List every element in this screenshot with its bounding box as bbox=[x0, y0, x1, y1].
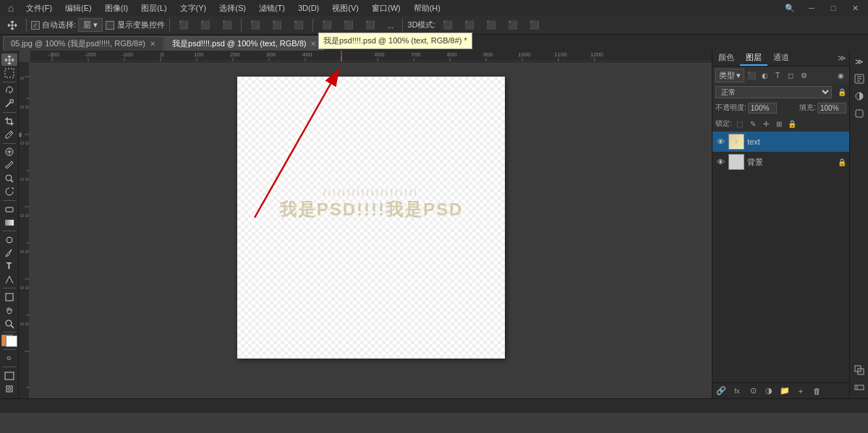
more-options-btn[interactable]: ... bbox=[383, 20, 398, 31]
menu-window[interactable]: 窗口(W) bbox=[366, 1, 407, 15]
canvas-document[interactable]: IIIIIIIIIIIIIIIIIIII 我是PSD!!!!我是PSD bbox=[237, 77, 505, 359]
hand-tool-btn[interactable] bbox=[1, 304, 17, 317]
layer-new-icon[interactable]: + bbox=[795, 385, 807, 397]
menu-image[interactable]: 图像(I) bbox=[99, 1, 134, 15]
filter-pixel-icon[interactable]: ⬛ bbox=[746, 69, 757, 81]
layer-bg-visibility[interactable]: 👁 bbox=[715, 157, 726, 167]
shape-tool-btn[interactable] bbox=[1, 291, 17, 303]
clone-stamp-btn[interactable] bbox=[1, 172, 17, 184]
tab-psd[interactable]: 我是psd!!!!.psd @ 100% (text, RGB/8) ✕ bbox=[164, 36, 324, 51]
threed-orbit-btn[interactable]: ⬛ bbox=[438, 19, 457, 31]
threed-zoom-btn[interactable]: ⬛ bbox=[525, 19, 544, 31]
distribute2-btn[interactable]: ⬛ bbox=[339, 19, 358, 31]
filter-smart-icon[interactable]: ⚙ bbox=[798, 69, 809, 81]
tab-layers[interactable]: 图层 bbox=[740, 51, 767, 66]
tab-psd-close[interactable]: ✕ bbox=[310, 40, 316, 48]
menu-file[interactable]: 文件(F) bbox=[20, 1, 58, 15]
minimize-button[interactable]: ─ bbox=[801, 0, 822, 16]
menu-edit[interactable]: 编辑(E) bbox=[59, 1, 98, 15]
layer-fx-icon[interactable]: fx bbox=[731, 385, 743, 397]
artboard-btn[interactable] bbox=[1, 383, 17, 395]
menu-layer[interactable]: 图层(L) bbox=[135, 1, 172, 15]
dodge-burn-btn[interactable] bbox=[1, 233, 17, 246]
align-center-btn[interactable]: ⬛ bbox=[196, 19, 215, 31]
tab-05jpg-close[interactable]: ✕ bbox=[150, 40, 156, 48]
timeline-icon[interactable] bbox=[851, 380, 867, 395]
color-swatches[interactable] bbox=[1, 335, 17, 347]
threed-rotate-btn[interactable]: ⬛ bbox=[460, 19, 479, 31]
align-right-btn[interactable]: ⬛ bbox=[218, 19, 237, 31]
lock-art-btn[interactable]: ⊞ bbox=[774, 119, 784, 129]
layer-group-icon[interactable]: 📁 bbox=[779, 385, 791, 397]
distribute-btn[interactable]: ⬛ bbox=[318, 19, 336, 31]
lock-image-btn[interactable]: ✎ bbox=[748, 119, 758, 129]
align-bottom-btn[interactable]: ⬛ bbox=[289, 19, 308, 31]
opacity-input[interactable] bbox=[748, 103, 777, 113]
styles-icon[interactable] bbox=[851, 106, 867, 121]
zoom-tool-btn[interactable] bbox=[1, 317, 17, 330]
menu-3d[interactable]: 3D(D) bbox=[292, 2, 325, 14]
history-brush-btn[interactable] bbox=[1, 185, 17, 197]
clone-areas-icon[interactable] bbox=[851, 362, 867, 378]
filter-text-icon[interactable]: T bbox=[772, 69, 783, 81]
adjustments-icon[interactable] bbox=[851, 88, 867, 104]
tab-color[interactable]: 颜色 bbox=[712, 51, 740, 66]
lasso-tool-btn[interactable] bbox=[1, 84, 17, 96]
layer-adjustment-icon[interactable]: ◑ bbox=[763, 385, 775, 397]
filter-toggle-btn[interactable]: ◉ bbox=[835, 69, 846, 81]
menu-select[interactable]: 选择(S) bbox=[213, 1, 252, 15]
lock-position-btn[interactable]: ✛ bbox=[761, 119, 771, 129]
menu-filter[interactable]: 滤镜(T) bbox=[253, 1, 291, 15]
fill-input[interactable] bbox=[817, 103, 846, 113]
layer-item-text[interactable]: 👁 T text bbox=[712, 132, 849, 152]
blend-mode-select[interactable]: 正常 bbox=[715, 86, 832, 98]
lock-all-btn[interactable]: 🔒 bbox=[787, 119, 797, 129]
gradient-tool-btn[interactable] bbox=[1, 216, 17, 228]
pen-tool-btn[interactable] bbox=[1, 246, 17, 259]
search-icon[interactable]: 🔍 bbox=[780, 0, 800, 16]
tab-channels[interactable]: 通道 bbox=[767, 51, 795, 66]
eraser-btn[interactable] bbox=[1, 203, 17, 215]
layer-delete-icon[interactable]: 🗑 bbox=[811, 385, 822, 397]
layer-mask-icon[interactable]: ⊙ bbox=[747, 385, 759, 397]
align-left-btn[interactable]: ⬛ bbox=[174, 19, 193, 31]
maximize-button[interactable]: □ bbox=[823, 0, 843, 16]
distribute3-btn[interactable]: ⬛ bbox=[361, 19, 380, 31]
marquee-tool-btn[interactable] bbox=[1, 67, 17, 79]
auto-select-dropdown[interactable]: 层 ▾ bbox=[78, 18, 103, 32]
close-button[interactable]: ✕ bbox=[845, 0, 865, 16]
collapse-panel-icon[interactable]: ≫ bbox=[851, 53, 867, 69]
filter-adjust-icon[interactable]: ◐ bbox=[759, 69, 770, 81]
magic-wand-btn[interactable] bbox=[1, 98, 17, 110]
spot-heal-btn[interactable] bbox=[1, 145, 17, 158]
panel-expand-btn[interactable]: ≫ bbox=[835, 51, 849, 66]
eyedropper-btn[interactable] bbox=[1, 128, 17, 140]
align-top-btn[interactable]: ⬛ bbox=[246, 19, 265, 31]
layer-type-dropdown[interactable]: 类型 ▾ bbox=[715, 69, 744, 82]
lock-transparent-btn[interactable]: ⬚ bbox=[735, 119, 745, 129]
threed-slide-btn[interactable]: ⬛ bbox=[503, 19, 522, 31]
brush-tool-btn[interactable] bbox=[1, 159, 17, 171]
align-middle-btn[interactable]: ⬛ bbox=[268, 19, 286, 31]
properties-icon[interactable] bbox=[851, 71, 867, 87]
transform-checkbox[interactable] bbox=[106, 21, 114, 30]
layer-item-bg[interactable]: 👁 背景 🔒 bbox=[712, 152, 849, 172]
filter-shape-icon[interactable]: ◻ bbox=[785, 69, 796, 81]
tab-05jpg[interactable]: 05.jpg @ 100% (我是psd!!!!!, RGB/8#) ✕ bbox=[3, 36, 163, 51]
threed-pan-btn[interactable]: ⬛ bbox=[482, 19, 501, 31]
layer-text-visibility[interactable]: 👁 bbox=[715, 137, 726, 147]
screen-mode-btn[interactable] bbox=[1, 369, 17, 382]
home-icon[interactable]: ⌂ bbox=[3, 0, 19, 16]
background-color[interactable] bbox=[6, 335, 17, 347]
move-tool-icon[interactable] bbox=[3, 19, 22, 32]
text-tool-btn[interactable]: T bbox=[1, 260, 17, 273]
move-tool-btn[interactable] bbox=[1, 53, 17, 66]
path-select-btn[interactable] bbox=[1, 273, 17, 286]
quick-mask-btn[interactable]: ⊙ bbox=[1, 352, 17, 364]
crop-tool-btn[interactable] bbox=[1, 115, 17, 127]
menu-view[interactable]: 视图(V) bbox=[326, 1, 365, 15]
menu-help[interactable]: 帮助(H) bbox=[408, 1, 446, 15]
layer-link-icon[interactable]: 🔗 bbox=[715, 385, 727, 397]
auto-select-checkbox[interactable]: ✓ bbox=[31, 21, 40, 30]
menu-text[interactable]: 文字(Y) bbox=[174, 1, 213, 15]
